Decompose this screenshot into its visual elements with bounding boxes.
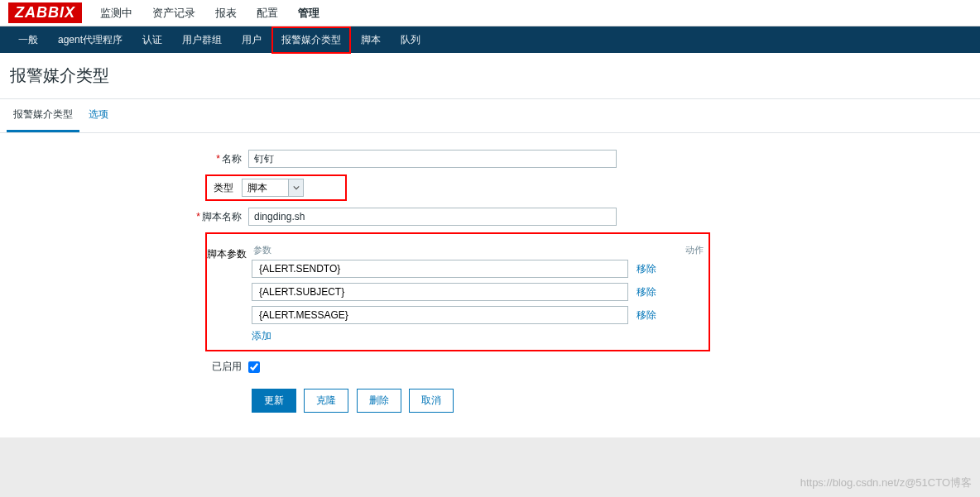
type-label: 类型 [214, 181, 233, 195]
tab-options[interactable]: 选项 [82, 99, 115, 130]
chevron-down-icon[interactable] [288, 179, 303, 196]
tab-mediatype[interactable]: 报警媒介类型 [7, 99, 79, 132]
topnav-item-admin[interactable]: 管理 [288, 0, 329, 27]
logo: ZABBIX [8, 2, 82, 23]
type-highlight: 类型 [205, 174, 347, 201]
topnav-item-config[interactable]: 配置 [247, 0, 288, 27]
topnav-item-monitor[interactable]: 监测中 [90, 0, 142, 27]
type-value[interactable] [243, 179, 288, 196]
button-row: 更新 克隆 删除 取消 [252, 389, 980, 413]
clone-button[interactable]: 克隆 [304, 389, 348, 413]
page-title: 报警媒介类型 [0, 53, 980, 99]
param-input-0[interactable] [252, 260, 628, 278]
param-remove-2[interactable]: 移除 [637, 308, 656, 323]
delete-button[interactable]: 删除 [357, 389, 401, 413]
params-header-param: 参数 [253, 244, 271, 256]
form-area: *名称 类型 *脚本名称 脚本参数 参数 动作 移除 [0, 133, 980, 437]
enabled-checkbox[interactable] [248, 361, 260, 373]
script-name-label: 脚本名称 [202, 211, 242, 222]
subnav-item-proxies[interactable]: agent代理程序 [48, 26, 132, 54]
row-enabled: 已启用 [0, 360, 980, 374]
top-nav: ZABBIX 监测中 资产记录 报表 配置 管理 [0, 0, 980, 26]
param-remove-0[interactable]: 移除 [637, 262, 656, 276]
add-param-link[interactable]: 添加 [252, 330, 271, 342]
script-name-input[interactable] [248, 208, 617, 226]
sub-nav: 一般 agent代理程序 认证 用户群组 用户 报警媒介类型 脚本 队列 [0, 26, 980, 53]
params-label: 脚本参数 [207, 247, 247, 261]
watermark: https://blog.csdn.net/z@51CTO博客 [800, 475, 972, 490]
subnav-item-queue[interactable]: 队列 [391, 26, 430, 54]
param-remove-1[interactable]: 移除 [637, 285, 656, 299]
subnav-item-usergroups[interactable]: 用户群组 [172, 26, 232, 54]
param-input-2[interactable] [252, 306, 628, 324]
params-header: 参数 动作 [252, 241, 705, 260]
subnav-item-mediatypes[interactable]: 报警媒介类型 [271, 26, 351, 54]
update-button[interactable]: 更新 [252, 389, 296, 413]
name-input[interactable] [248, 150, 617, 168]
cancel-button[interactable]: 取消 [409, 389, 454, 413]
row-type: 类型 [0, 174, 980, 201]
type-select[interactable] [242, 179, 304, 197]
topnav-item-inventory[interactable]: 资产记录 [142, 0, 205, 27]
topnav-item-reports[interactable]: 报表 [205, 0, 247, 27]
param-row: 移除 [252, 260, 705, 278]
param-input-1[interactable] [252, 283, 628, 301]
param-row: 移除 [252, 306, 705, 324]
subnav-item-scripts[interactable]: 脚本 [351, 26, 391, 54]
row-name: *名称 [0, 150, 980, 168]
tabs: 报警媒介类型 选项 [0, 99, 980, 133]
subnav-item-general[interactable]: 一般 [8, 26, 48, 54]
row-script-name: *脚本名称 [0, 208, 980, 226]
params-highlight: 脚本参数 参数 动作 移除 移除 移除 添加 [205, 232, 710, 351]
subnav-item-users[interactable]: 用户 [232, 26, 271, 54]
param-row: 移除 [252, 283, 705, 301]
name-label: 名称 [222, 153, 242, 165]
params-header-action: 动作 [685, 244, 704, 256]
subnav-item-auth[interactable]: 认证 [132, 26, 172, 54]
enabled-label: 已启用 [212, 361, 242, 372]
